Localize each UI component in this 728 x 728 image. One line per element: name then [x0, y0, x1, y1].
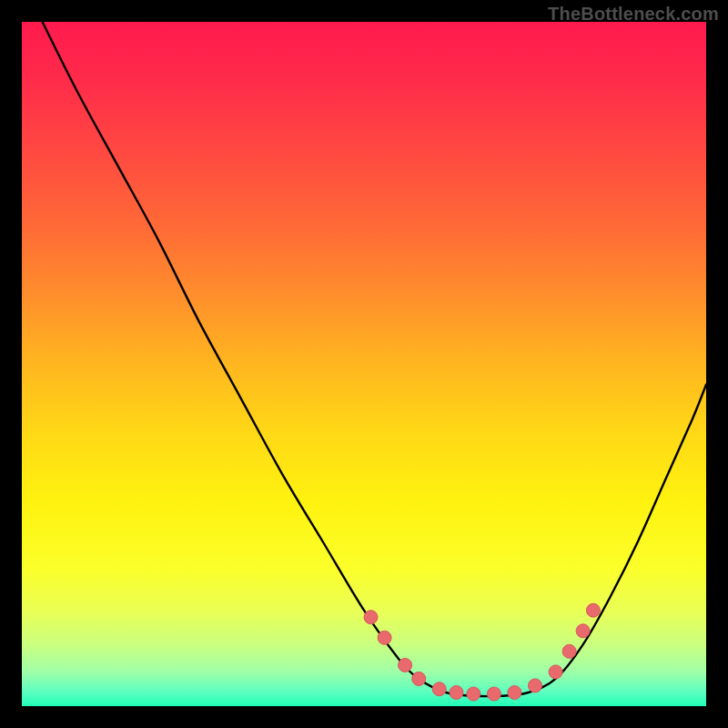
bottleneck-curve [43, 22, 706, 696]
marker-dot [508, 686, 521, 700]
watermark-text: TheBottleneck.com [548, 4, 719, 25]
marker-dot [529, 679, 542, 693]
marker-dot [586, 603, 600, 617]
marker-dot [364, 611, 378, 624]
marker-dot [432, 682, 446, 696]
chart-frame: TheBottleneck.com [0, 0, 728, 728]
marker-dot [378, 631, 391, 644]
highlight-markers [364, 603, 600, 701]
marker-dot [399, 658, 412, 672]
marker-dot [562, 644, 576, 658]
marker-dot [576, 624, 590, 638]
marker-dot [450, 686, 463, 700]
marker-dot [549, 665, 562, 679]
marker-dot [487, 687, 500, 701]
plot-area [22, 22, 706, 706]
marker-dot [412, 672, 426, 685]
curve-layer [22, 22, 706, 706]
marker-dot [467, 687, 480, 701]
